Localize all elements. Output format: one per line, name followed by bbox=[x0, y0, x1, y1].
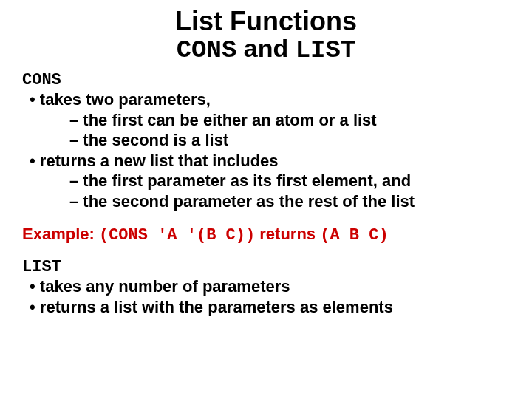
list-bullet-1: takes any number of parameters bbox=[22, 276, 510, 297]
list-bullet-2: returns a list with the parameters as el… bbox=[22, 297, 510, 318]
list-body: takes any number of parameters returns a… bbox=[22, 276, 510, 317]
cons-bullet-1a: the first can be either an atom or a lis… bbox=[22, 110, 510, 131]
slide-title: List Functions CONS and LIST bbox=[22, 7, 510, 64]
cons-bullet-1: takes two parameters, bbox=[22, 89, 510, 110]
cons-body: takes two parameters, the first can be e… bbox=[22, 89, 510, 211]
example-returns-word: returns bbox=[259, 225, 320, 243]
cons-bullet-2a: the first parameter as its first element… bbox=[22, 171, 510, 191]
list-heading: LIST bbox=[22, 258, 510, 276]
example-line: Example: (CONS 'A '(B C)) returns (A B C… bbox=[22, 225, 510, 245]
title-line1: List Functions bbox=[22, 7, 510, 35]
cons-bullet-2: returns a new list that includes bbox=[22, 151, 510, 171]
title-code-list: LIST bbox=[296, 36, 356, 64]
title-mid: and bbox=[236, 34, 295, 62]
cons-heading: CONS bbox=[22, 71, 510, 89]
title-code-cons: CONS bbox=[177, 36, 237, 64]
example-return-value: (A B C) bbox=[320, 226, 388, 245]
title-line2: CONS and LIST bbox=[22, 35, 510, 64]
example-code: (CONS 'A '(B C)) bbox=[99, 226, 255, 245]
cons-bullet-2b: the second parameter as the rest of the … bbox=[22, 191, 510, 212]
example-label: Example: bbox=[22, 225, 95, 243]
cons-bullet-1b: the second is a list bbox=[22, 130, 510, 151]
slide: List Functions CONS and LIST CONS takes … bbox=[0, 0, 532, 335]
